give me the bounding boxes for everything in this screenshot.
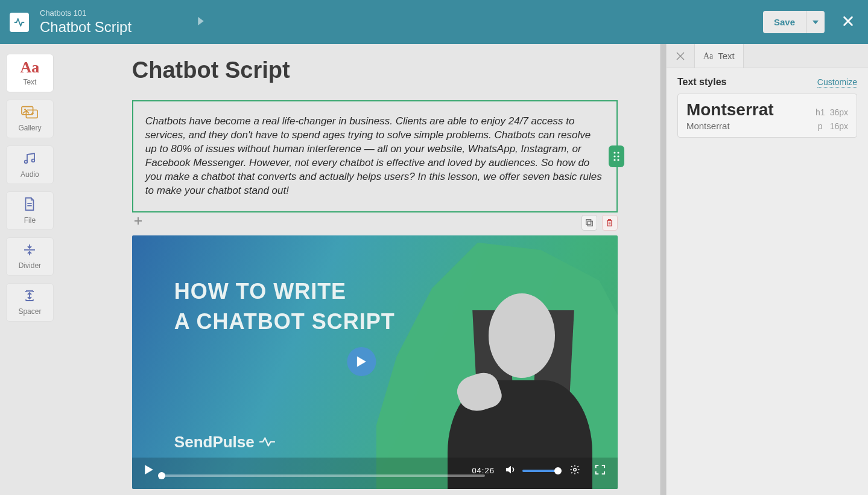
- tool-rail: Aa Text Gallery Audio: [0, 44, 60, 495]
- text-block-selected[interactable]: Chatbots have become a real life-changer…: [132, 100, 618, 212]
- svg-point-5: [25, 161, 28, 164]
- svg-rect-18: [586, 219, 591, 224]
- gallery-icon: [21, 106, 38, 121]
- panel-tabs: Aa Text: [667, 44, 868, 68]
- duplicate-icon: [585, 219, 594, 227]
- save-button-group: Save: [763, 11, 825, 33]
- video-volume: [503, 462, 559, 479]
- style-heading-font: Montserrat: [686, 100, 774, 120]
- breadcrumb: Chatbots 101 Chatbot Script: [40, 8, 131, 36]
- presenter-image: [407, 272, 612, 489]
- customize-link[interactable]: Customize: [817, 77, 857, 88]
- tool-gallery[interactable]: Gallery: [6, 100, 54, 138]
- save-button[interactable]: Save: [763, 11, 806, 33]
- style-body-font: Montserrat: [686, 121, 730, 131]
- video-progress-bar[interactable]: [160, 474, 485, 477]
- volume-icon: [505, 465, 516, 474]
- video-settings-button[interactable]: [567, 462, 583, 479]
- svg-point-13: [617, 155, 619, 157]
- svg-point-11: [617, 152, 619, 153]
- file-icon: [23, 197, 36, 214]
- svg-point-15: [617, 159, 619, 161]
- svg-point-14: [613, 159, 615, 161]
- play-icon: [356, 356, 367, 368]
- music-icon: [22, 151, 37, 168]
- tool-audio[interactable]: Audio: [6, 145, 54, 184]
- fullscreen-icon: [595, 464, 606, 475]
- text-small-icon: Aa: [703, 51, 713, 61]
- style-p-tag: p: [818, 121, 823, 131]
- breadcrumb-forward-icon[interactable]: [198, 17, 204, 28]
- block-toolbar: [132, 215, 618, 231]
- right-panel: Aa Text Text styles Customize Montserrat…: [666, 44, 868, 495]
- pulse-icon: [259, 436, 275, 448]
- svg-point-12: [613, 155, 615, 157]
- plus-icon: [134, 217, 142, 225]
- text-style-card[interactable]: Montserrat h1 36px Montserrat p 16px: [677, 94, 857, 138]
- svg-point-20: [574, 468, 577, 471]
- svg-point-6: [32, 159, 35, 162]
- drag-icon: [613, 151, 620, 162]
- video-fullscreen-button[interactable]: [592, 462, 608, 479]
- style-h1-tag: h1: [816, 107, 825, 117]
- video-title-line2: A CHATBOT SCRIPT: [174, 309, 395, 334]
- video-block[interactable]: HOW TO WRITE A CHATBOT SCRIPT SendPulse: [132, 235, 618, 489]
- svg-point-10: [613, 152, 615, 153]
- close-button[interactable]: [838, 11, 858, 33]
- page-title[interactable]: Chatbot Script: [132, 57, 618, 83]
- style-p-size: 16px: [830, 121, 848, 131]
- topbar: Chatbots 101 Chatbot Script Save: [0, 0, 868, 44]
- tool-text[interactable]: Aa Text: [6, 54, 54, 92]
- style-h1-size: 36px: [830, 107, 848, 117]
- trash-icon: [606, 219, 613, 227]
- gear-icon: [569, 464, 580, 475]
- breadcrumb-parent[interactable]: Chatbots 101: [40, 8, 131, 18]
- tool-label: Gallery: [18, 124, 41, 132]
- tool-label: File: [24, 216, 36, 225]
- tool-label: Spacer: [18, 307, 41, 316]
- video-progress-thumb[interactable]: [158, 472, 165, 479]
- tool-spacer[interactable]: Spacer: [6, 283, 54, 322]
- text-block-content[interactable]: Chatbots have become a real life-changer…: [145, 115, 602, 196]
- tab-label: Text: [718, 51, 735, 61]
- tool-file[interactable]: File: [6, 191, 54, 230]
- tab-design[interactable]: [667, 44, 695, 68]
- video-overlay-title: HOW TO WRITE A CHATBOT SCRIPT: [174, 279, 395, 334]
- svg-rect-19: [588, 221, 592, 226]
- delete-block-button[interactable]: [602, 215, 618, 231]
- app-logo[interactable]: [10, 13, 29, 32]
- page-title-header: Chatbot Script: [40, 19, 131, 36]
- spacer-icon: [22, 289, 37, 305]
- video-volume-slider[interactable]: [522, 470, 559, 472]
- video-title-line1: HOW TO WRITE: [174, 279, 395, 304]
- duplicate-block-button[interactable]: [581, 215, 597, 231]
- close-icon: [841, 14, 855, 28]
- tab-text[interactable]: Aa Text: [695, 44, 744, 68]
- video-play-button[interactable]: [347, 347, 376, 376]
- video-time: 04:26: [472, 466, 495, 475]
- video-mute-button[interactable]: [503, 462, 519, 479]
- tool-label: Audio: [21, 170, 39, 179]
- text-icon: Aa: [21, 60, 40, 75]
- tool-divider[interactable]: Divider: [6, 237, 54, 276]
- play-icon: [144, 464, 154, 475]
- editor-canvas[interactable]: Chatbot Script Chatbots have become a re…: [60, 44, 666, 495]
- svg-point-3: [25, 109, 27, 110]
- design-icon: [675, 51, 686, 62]
- video-brand-logo: SendPulse: [174, 433, 275, 452]
- panel-section-heading: Text styles: [677, 77, 727, 88]
- video-controls: 04:26: [132, 458, 618, 489]
- divider-icon: [22, 243, 37, 259]
- tool-label: Divider: [19, 261, 41, 270]
- tool-label: Text: [23, 78, 36, 86]
- save-dropdown-button[interactable]: [806, 11, 825, 33]
- drag-handle[interactable]: [609, 145, 624, 167]
- add-block-button[interactable]: [131, 214, 145, 228]
- video-play-small-button[interactable]: [142, 462, 156, 479]
